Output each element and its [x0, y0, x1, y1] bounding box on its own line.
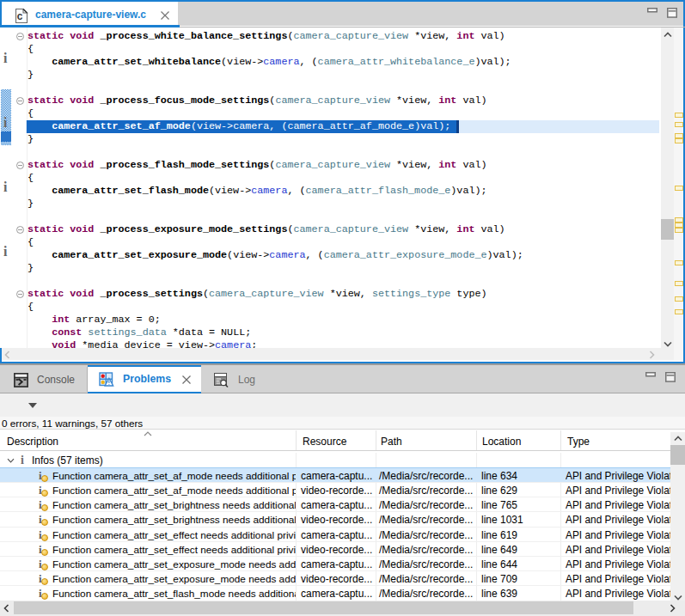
svg-text:c: c: [17, 11, 23, 23]
